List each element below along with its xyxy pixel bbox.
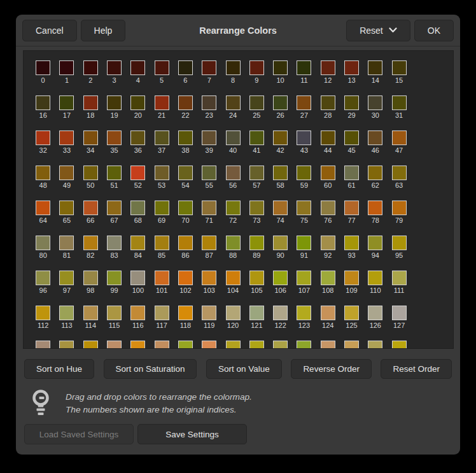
color-swatch-80[interactable] — [36, 236, 50, 250]
color-swatch-48[interactable] — [36, 166, 50, 180]
color-swatch-78[interactable] — [368, 201, 382, 215]
color-swatch-28[interactable] — [321, 95, 335, 110]
color-swatch-110[interactable] — [368, 271, 382, 285]
color-swatch-19[interactable] — [107, 95, 122, 110]
color-swatch-59[interactable] — [297, 166, 311, 180]
color-swatch-54[interactable] — [178, 166, 193, 180]
save-settings-button[interactable]: Save Settings — [137, 424, 247, 444]
color-swatch-112[interactable] — [36, 306, 50, 320]
color-swatch-25[interactable] — [249, 95, 264, 110]
color-swatch-34[interactable] — [83, 131, 98, 145]
color-swatch-111[interactable] — [392, 271, 407, 285]
color-swatch-116[interactable] — [130, 306, 145, 320]
color-swatch-102[interactable] — [178, 271, 193, 285]
color-swatch-109[interactable] — [344, 271, 359, 285]
color-swatch-93[interactable] — [344, 236, 359, 250]
color-swatch-56[interactable] — [226, 166, 241, 180]
cancel-button[interactable]: Cancel — [22, 20, 77, 41]
color-swatch-71[interactable] — [202, 201, 216, 215]
color-swatch-85[interactable] — [155, 236, 169, 250]
color-swatch-1[interactable] — [59, 60, 74, 75]
color-swatch-37[interactable] — [155, 131, 169, 145]
color-swatch-29[interactable] — [344, 95, 359, 110]
color-swatch-24[interactable] — [226, 95, 241, 110]
color-swatch-127[interactable] — [392, 306, 407, 320]
color-swatch-120[interactable] — [226, 306, 241, 320]
color-swatch-52[interactable] — [130, 166, 145, 180]
color-swatch-64[interactable] — [36, 201, 50, 215]
color-swatch-140[interactable] — [321, 341, 335, 349]
color-swatch-119[interactable] — [202, 306, 216, 320]
color-swatch-90[interactable] — [273, 236, 288, 250]
color-swatch-36[interactable] — [130, 131, 145, 145]
color-swatch-137[interactable] — [249, 341, 264, 349]
color-swatch-39[interactable] — [202, 131, 216, 145]
color-swatch-101[interactable] — [155, 271, 169, 285]
color-swatch-0[interactable] — [36, 60, 50, 75]
color-swatch-99[interactable] — [107, 271, 122, 285]
color-swatch-95[interactable] — [392, 236, 407, 250]
color-swatch-7[interactable] — [202, 60, 216, 75]
color-swatch-42[interactable] — [273, 131, 288, 145]
color-swatch-123[interactable] — [297, 306, 311, 320]
color-swatch-15[interactable] — [392, 60, 407, 75]
color-swatch-103[interactable] — [202, 271, 216, 285]
color-swatch-138[interactable] — [273, 341, 288, 349]
color-swatch-79[interactable] — [392, 201, 407, 215]
color-swatch-10[interactable] — [273, 60, 288, 75]
color-swatch-45[interactable] — [344, 131, 359, 145]
color-swatch-134[interactable] — [178, 341, 193, 349]
load-saved-settings-button[interactable]: Load Saved Settings — [24, 424, 134, 444]
color-swatch-136[interactable] — [226, 341, 241, 349]
color-swatch-77[interactable] — [344, 201, 359, 215]
color-swatch-133[interactable] — [155, 341, 169, 349]
color-swatch-86[interactable] — [178, 236, 193, 250]
color-swatch-106[interactable] — [273, 271, 288, 285]
color-swatch-50[interactable] — [83, 166, 98, 180]
color-swatch-8[interactable] — [226, 60, 241, 75]
color-swatch-20[interactable] — [130, 95, 145, 110]
color-swatch-32[interactable] — [36, 131, 50, 145]
color-swatch-114[interactable] — [83, 306, 98, 320]
color-swatch-58[interactable] — [273, 166, 288, 180]
color-swatch-113[interactable] — [59, 306, 74, 320]
color-swatch-6[interactable] — [178, 60, 193, 75]
color-swatch-63[interactable] — [392, 166, 407, 180]
color-swatch-4[interactable] — [130, 60, 145, 75]
color-swatch-9[interactable] — [249, 60, 264, 75]
color-swatch-125[interactable] — [344, 306, 359, 320]
color-swatch-88[interactable] — [226, 236, 241, 250]
color-swatch-40[interactable] — [226, 131, 241, 145]
color-swatch-22[interactable] — [178, 95, 193, 110]
color-swatch-105[interactable] — [249, 271, 264, 285]
color-swatch-131[interactable] — [107, 341, 122, 349]
color-swatch-132[interactable] — [130, 341, 145, 349]
color-swatch-5[interactable] — [155, 60, 169, 75]
color-swatch-98[interactable] — [83, 271, 98, 285]
color-swatch-107[interactable] — [297, 271, 311, 285]
help-button[interactable]: Help — [81, 20, 126, 41]
color-swatch-76[interactable] — [321, 201, 335, 215]
color-swatch-43[interactable] — [297, 131, 311, 145]
color-swatch-14[interactable] — [368, 60, 382, 75]
color-swatch-11[interactable] — [297, 60, 311, 75]
color-swatch-49[interactable] — [59, 166, 74, 180]
color-swatch-129[interactable] — [59, 341, 74, 349]
color-swatch-46[interactable] — [368, 131, 382, 145]
color-swatch-31[interactable] — [392, 95, 407, 110]
color-swatch-57[interactable] — [249, 166, 264, 180]
color-swatch-60[interactable] — [321, 166, 335, 180]
color-swatch-122[interactable] — [273, 306, 288, 320]
color-swatch-67[interactable] — [107, 201, 122, 215]
color-swatch-91[interactable] — [297, 236, 311, 250]
color-swatch-104[interactable] — [226, 271, 241, 285]
reverse-order-button[interactable]: Reverse Order — [291, 359, 372, 379]
color-swatch-81[interactable] — [59, 236, 74, 250]
color-swatch-87[interactable] — [202, 236, 216, 250]
color-swatch-53[interactable] — [155, 166, 169, 180]
color-swatch-72[interactable] — [226, 201, 241, 215]
color-swatch-55[interactable] — [202, 166, 216, 180]
ok-button[interactable]: OK — [414, 20, 454, 41]
color-swatch-13[interactable] — [344, 60, 359, 75]
color-swatch-75[interactable] — [297, 201, 311, 215]
